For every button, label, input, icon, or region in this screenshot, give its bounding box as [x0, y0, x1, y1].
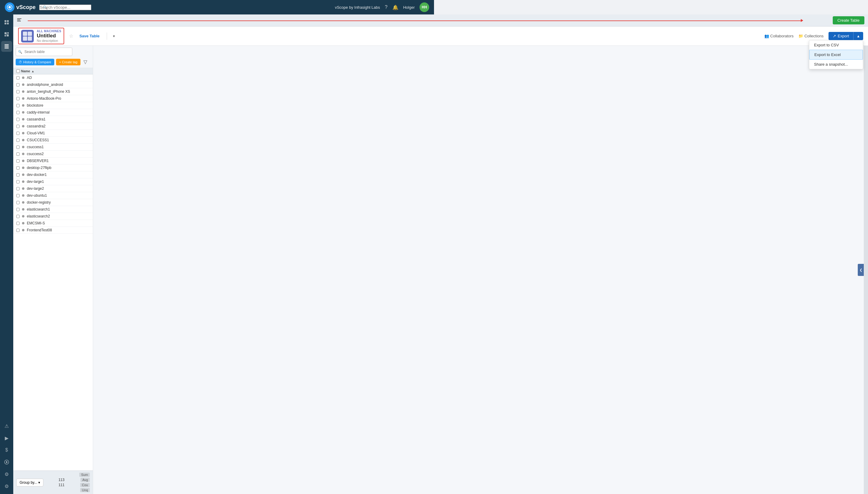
navbar-right: vScope by Infrasight Labs ? 🔔 Holger HH — [335, 2, 429, 12]
sidebar-item-table[interactable] — [1, 41, 12, 52]
row-status-dot — [22, 125, 24, 128]
row-name: elasticsearch1 — [27, 207, 50, 211]
save-table-button[interactable]: Save Table — [77, 33, 102, 39]
svg-rect-8 — [4, 35, 6, 36]
main-area: Create Table ALL MACHINES Untitled No de… — [13, 15, 434, 247]
row-name: dev-large2 — [27, 187, 44, 191]
table-row[interactable]: desktop-27flipb — [13, 165, 93, 171]
table-row[interactable]: elasticsearch1 — [13, 206, 93, 213]
table-row[interactable]: dev-ubuntu1 — [13, 192, 93, 199]
row-checkbox[interactable] — [16, 166, 20, 170]
row-status-dot — [22, 153, 24, 155]
table-row[interactable]: Cloud-VM1 — [13, 130, 93, 137]
table-row[interactable]: docker-registry — [13, 199, 93, 206]
row-checkbox[interactable] — [16, 111, 20, 114]
content-area: 🔍 ⏱ History & Compare + Create tag ▽ Nam… — [13, 46, 434, 247]
avatar-initials: HH — [422, 5, 427, 10]
search-table-input[interactable] — [16, 48, 72, 56]
row-status-dot — [22, 111, 24, 114]
table-row[interactable]: anton_berghult_iPhone XS — [13, 88, 93, 95]
bell-icon[interactable]: 🔔 — [392, 4, 399, 10]
favorite-star-icon[interactable]: ☆ — [69, 33, 73, 39]
row-status-dot — [22, 77, 24, 79]
filter-button[interactable]: ▽ — [82, 58, 88, 66]
table-row[interactable]: dev-large2 — [13, 185, 93, 192]
avatar[interactable]: HH — [420, 2, 429, 12]
row-name: blockstore — [27, 103, 43, 108]
row-checkbox[interactable] — [16, 146, 20, 149]
row-checkbox[interactable] — [16, 159, 20, 163]
table-row[interactable]: cassandra2 — [13, 123, 93, 130]
logo[interactable]: vScope — [5, 2, 36, 12]
row-checkbox[interactable] — [16, 97, 20, 100]
user-name: Holger — [403, 5, 415, 10]
row-name: FrontendTest08 — [27, 228, 52, 232]
row-checkbox[interactable] — [16, 194, 20, 197]
table-row[interactable]: androidphone_android — [13, 81, 93, 88]
table-row[interactable]: DBSERVER1 — [13, 157, 93, 165]
row-checkbox[interactable] — [16, 76, 20, 79]
table-description: No description — [37, 39, 61, 42]
table-row[interactable]: AD — [13, 74, 93, 81]
create-tag-button[interactable]: + Create tag — [56, 59, 80, 65]
row-name: caddy-internal — [27, 110, 50, 114]
row-name: DBSERVER1 — [27, 159, 49, 163]
table-row[interactable]: caddy-internal — [13, 109, 93, 116]
create-tag-label: + Create tag — [59, 60, 77, 64]
row-name: csuccess1 — [27, 145, 44, 149]
svg-rect-10 — [4, 44, 9, 45]
history-compare-button[interactable]: ⏱ History & Compare — [16, 59, 54, 65]
table-row[interactable]: Antons-MacBook-Pro — [13, 95, 93, 102]
help-icon[interactable]: ? — [385, 4, 388, 10]
row-status-dot — [22, 132, 24, 134]
row-checkbox[interactable] — [16, 187, 20, 190]
row-checkbox[interactable] — [16, 83, 20, 87]
row-name: Cloud-VM1 — [27, 131, 45, 135]
table-row[interactable]: dev-docker1 — [13, 171, 93, 178]
svg-rect-12 — [4, 47, 9, 47]
row-checkbox[interactable] — [16, 229, 20, 232]
table-row[interactable]: blockstore — [13, 102, 93, 109]
table-row[interactable]: cassandra1 — [13, 116, 93, 123]
table-row[interactable]: FrontendTest08 — [13, 227, 93, 234]
table-row[interactable]: csuccess1 — [13, 144, 93, 151]
table-row[interactable]: CSUCCESS1 — [13, 137, 93, 144]
table-row[interactable]: EMCSMI-S — [13, 220, 93, 227]
row-checkbox[interactable] — [16, 118, 20, 121]
row-status-dot — [22, 222, 24, 224]
row-checkbox[interactable] — [16, 152, 20, 156]
row-checkbox[interactable] — [16, 90, 20, 93]
table-header-selected: ALL MACHINES Untitled No description — [18, 28, 64, 44]
table-row[interactable]: dev-large1 — [13, 178, 93, 185]
row-name: dev-ubuntu1 — [27, 193, 47, 197]
row-checkbox[interactable] — [16, 201, 20, 204]
row-name: elasticsearch2 — [27, 214, 50, 218]
svg-rect-7 — [7, 32, 9, 34]
row-status-dot — [22, 90, 24, 93]
svg-rect-3 — [7, 20, 9, 22]
sidebar-item-home[interactable] — [1, 17, 12, 28]
sort-icon: ▲ — [31, 70, 34, 73]
row-checkbox[interactable] — [16, 180, 20, 184]
column-header-name: Name ▲ — [13, 68, 93, 74]
row-checkbox[interactable] — [16, 125, 20, 128]
row-status-dot — [22, 180, 24, 183]
row-checkbox[interactable] — [16, 173, 20, 176]
select-all-checkbox[interactable] — [16, 69, 20, 73]
row-checkbox[interactable] — [16, 208, 20, 211]
svg-point-1 — [8, 6, 11, 8]
brand-name: vScope by Infrasight Labs — [335, 5, 380, 10]
row-checkbox[interactable] — [16, 104, 20, 107]
table-row[interactable]: csuccess2 — [13, 151, 93, 157]
toolbar-row: Create Table — [13, 15, 434, 26]
row-name: cassandra1 — [27, 117, 45, 121]
row-checkbox[interactable] — [16, 132, 20, 135]
table-row[interactable]: elasticsearch2 — [13, 213, 93, 220]
row-status-dot — [22, 139, 24, 141]
row-checkbox[interactable] — [16, 222, 20, 225]
row-checkbox[interactable] — [16, 215, 20, 218]
sidebar-item-dashboard[interactable] — [1, 29, 12, 40]
navbar-search-icon: 🔍 — [43, 5, 48, 10]
row-checkbox[interactable] — [16, 138, 20, 142]
save-dropdown-button[interactable]: ▾ — [112, 33, 116, 39]
